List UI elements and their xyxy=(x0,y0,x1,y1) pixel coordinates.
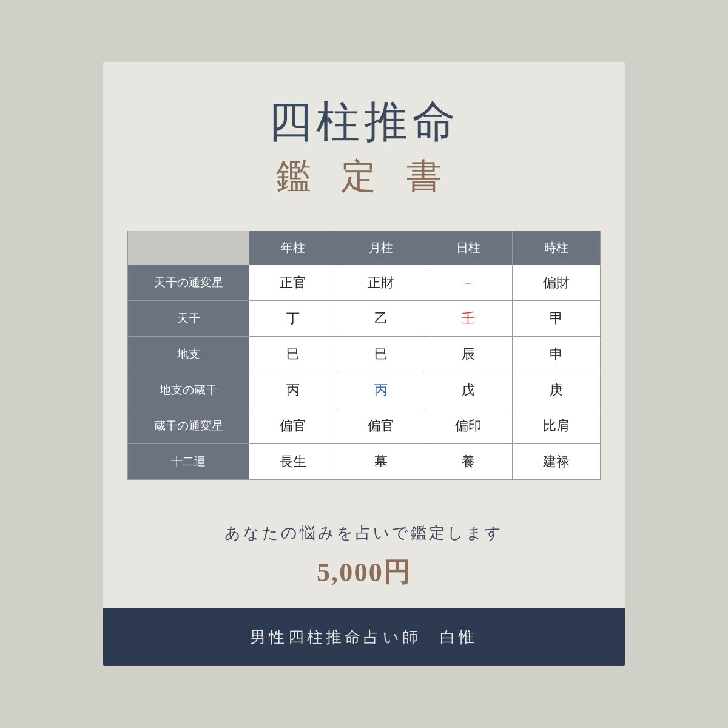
table-corner xyxy=(128,231,249,265)
cell-2-2: 辰 xyxy=(425,336,513,372)
col-header-hi: 日柱 xyxy=(425,231,513,265)
cell-4-1: 偏官 xyxy=(337,408,425,443)
cell-5-3: 建禄 xyxy=(513,443,601,479)
row-header-1: 天干 xyxy=(128,300,249,336)
card-header: 四柱推命 鑑 定 書 xyxy=(103,62,625,224)
row-header-2: 地支 xyxy=(128,336,249,372)
cell-0-1: 正財 xyxy=(337,265,425,300)
cell-0-2: － xyxy=(425,265,513,300)
cell-1-3: 甲 xyxy=(513,300,601,336)
cell-5-1: 墓 xyxy=(337,443,425,479)
row-header-4: 蔵干の通変星 xyxy=(128,408,249,443)
cell-0-0: 正官 xyxy=(249,265,337,300)
title-main: 四柱推命 xyxy=(268,98,460,146)
cell-4-0: 偏官 xyxy=(249,408,337,443)
cell-3-2: 戊 xyxy=(425,372,513,408)
main-card: 四柱推命 鑑 定 書 年柱 月柱 日柱 時柱 天干の通変星 正官 正財 － xyxy=(103,62,625,666)
table-row: 地支の蔵干 丙 丙 戊 庚 xyxy=(128,372,601,408)
cell-0-3: 偏財 xyxy=(513,265,601,300)
table-row: 十二運 長生 墓 養 建禄 xyxy=(128,443,601,479)
col-header-nen: 年柱 xyxy=(249,231,337,265)
cell-4-3: 比肩 xyxy=(513,408,601,443)
title-sub: 鑑 定 書 xyxy=(276,153,452,200)
footer: 男性四柱推命占い師 白惟 xyxy=(103,608,625,666)
cell-1-0: 丁 xyxy=(249,300,337,336)
cell-3-0: 丙 xyxy=(249,372,337,408)
cell-2-3: 申 xyxy=(513,336,601,372)
cell-2-1: 巳 xyxy=(337,336,425,372)
col-header-toki: 時柱 xyxy=(513,231,601,265)
cell-5-0: 長生 xyxy=(249,443,337,479)
row-header-0: 天干の通変星 xyxy=(128,265,249,300)
cell-1-1: 乙 xyxy=(337,300,425,336)
chart-table: 年柱 月柱 日柱 時柱 天干の通変星 正官 正財 － 偏財 天干 丁 乙 xyxy=(127,231,601,480)
col-header-tsuki: 月柱 xyxy=(337,231,425,265)
cell-2-0: 巳 xyxy=(249,336,337,372)
tagline: あなたの悩みを占いで鑑定します xyxy=(127,522,601,544)
table-row: 地支 巳 巳 辰 申 xyxy=(128,336,601,372)
table-row: 天干 丁 乙 壬 甲 xyxy=(128,300,601,336)
table-row: 天干の通変星 正官 正財 － 偏財 xyxy=(128,265,601,300)
table-row: 蔵干の通変星 偏官 偏官 偏印 比肩 xyxy=(128,408,601,443)
row-header-5: 十二運 xyxy=(128,443,249,479)
cell-3-3: 庚 xyxy=(513,372,601,408)
cell-3-1: 丙 xyxy=(337,372,425,408)
cell-5-2: 養 xyxy=(425,443,513,479)
bottom-section: あなたの悩みを占いで鑑定します 5,000円 xyxy=(103,498,625,608)
table-header-row: 年柱 月柱 日柱 時柱 xyxy=(128,231,601,265)
cell-1-2: 壬 xyxy=(425,300,513,336)
table-section: 年柱 月柱 日柱 時柱 天干の通変星 正官 正財 － 偏財 天干 丁 乙 xyxy=(103,224,625,498)
price: 5,000円 xyxy=(127,554,601,590)
cell-4-2: 偏印 xyxy=(425,408,513,443)
row-header-3: 地支の蔵干 xyxy=(128,372,249,408)
